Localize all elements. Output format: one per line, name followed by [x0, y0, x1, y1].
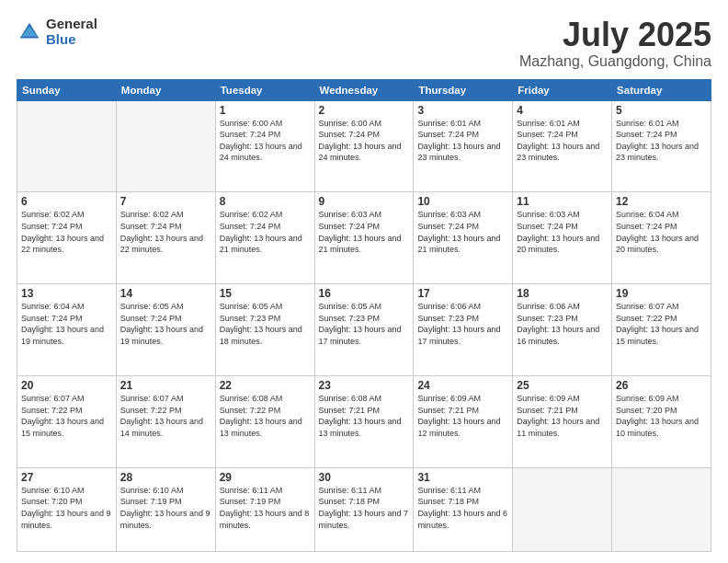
calendar-cell	[612, 467, 711, 551]
calendar-cell: 30Sunrise: 6:11 AM Sunset: 7:18 PM Dayli…	[314, 467, 414, 551]
weekday-header-monday: Monday	[116, 79, 215, 100]
day-number: 1	[220, 104, 311, 117]
day-info: Sunrise: 6:02 AM Sunset: 7:24 PM Dayligh…	[120, 209, 211, 255]
calendar-cell: 11Sunrise: 6:03 AM Sunset: 7:24 PM Dayli…	[513, 192, 612, 284]
weekday-header-saturday: Saturday	[612, 79, 711, 100]
week-row-3: 13Sunrise: 6:04 AM Sunset: 7:24 PM Dayli…	[17, 284, 711, 376]
day-info: Sunrise: 6:03 AM Sunset: 7:24 PM Dayligh…	[517, 209, 608, 255]
calendar-cell: 20Sunrise: 6:07 AM Sunset: 7:22 PM Dayli…	[17, 375, 117, 467]
calendar-cell: 27Sunrise: 6:10 AM Sunset: 7:20 PM Dayli…	[17, 467, 117, 551]
day-info: Sunrise: 6:03 AM Sunset: 7:24 PM Dayligh…	[319, 209, 410, 255]
day-number: 19	[616, 287, 707, 300]
weekday-header-thursday: Thursday	[414, 79, 513, 100]
logo-icon	[17, 19, 42, 45]
day-number: 29	[220, 471, 311, 484]
day-info: Sunrise: 6:03 AM Sunset: 7:24 PM Dayligh…	[417, 209, 508, 255]
day-number: 18	[517, 287, 608, 300]
day-number: 25	[517, 379, 608, 392]
calendar-cell: 6Sunrise: 6:02 AM Sunset: 7:24 PM Daylig…	[17, 192, 117, 284]
calendar-cell: 9Sunrise: 6:03 AM Sunset: 7:24 PM Daylig…	[314, 192, 414, 284]
logo-text: General Blue	[46, 17, 97, 47]
calendar-cell: 7Sunrise: 6:02 AM Sunset: 7:24 PM Daylig…	[116, 192, 215, 284]
day-info: Sunrise: 6:00 AM Sunset: 7:24 PM Dayligh…	[319, 118, 410, 164]
day-info: Sunrise: 6:07 AM Sunset: 7:22 PM Dayligh…	[21, 393, 112, 439]
calendar-table: SundayMondayTuesdayWednesdayThursdayFrid…	[17, 79, 711, 552]
day-info: Sunrise: 6:09 AM Sunset: 7:21 PM Dayligh…	[417, 393, 508, 439]
day-info: Sunrise: 6:07 AM Sunset: 7:22 PM Dayligh…	[616, 301, 707, 347]
day-number: 21	[120, 379, 211, 392]
day-number: 11	[517, 195, 608, 208]
day-number: 8	[220, 195, 311, 208]
calendar-cell	[116, 100, 215, 192]
day-info: Sunrise: 6:02 AM Sunset: 7:24 PM Dayligh…	[21, 209, 112, 255]
calendar-cell: 16Sunrise: 6:05 AM Sunset: 7:23 PM Dayli…	[314, 284, 414, 376]
day-info: Sunrise: 6:07 AM Sunset: 7:22 PM Dayligh…	[120, 393, 211, 439]
day-info: Sunrise: 6:02 AM Sunset: 7:24 PM Dayligh…	[220, 209, 311, 255]
title-block: July 2025 Mazhang, Guangdong, China	[519, 17, 711, 70]
header: General Blue July 2025 Mazhang, Guangdon…	[17, 17, 711, 70]
calendar-cell	[17, 100, 117, 192]
day-number: 15	[220, 287, 311, 300]
weekday-header-friday: Friday	[513, 79, 612, 100]
weekday-header-wednesday: Wednesday	[314, 79, 414, 100]
day-info: Sunrise: 6:01 AM Sunset: 7:24 PM Dayligh…	[616, 118, 707, 164]
calendar-cell: 12Sunrise: 6:04 AM Sunset: 7:24 PM Dayli…	[612, 192, 711, 284]
day-number: 31	[417, 471, 508, 484]
day-number: 9	[319, 195, 410, 208]
page: General Blue July 2025 Mazhang, Guangdon…	[0, 0, 728, 563]
logo: General Blue	[17, 17, 97, 47]
calendar-cell: 22Sunrise: 6:08 AM Sunset: 7:22 PM Dayli…	[215, 375, 314, 467]
calendar-cell: 14Sunrise: 6:05 AM Sunset: 7:24 PM Dayli…	[116, 284, 215, 376]
calendar-cell: 21Sunrise: 6:07 AM Sunset: 7:22 PM Dayli…	[116, 375, 215, 467]
day-number: 28	[120, 471, 211, 484]
week-row-5: 27Sunrise: 6:10 AM Sunset: 7:20 PM Dayli…	[17, 467, 711, 551]
calendar-cell: 31Sunrise: 6:11 AM Sunset: 7:18 PM Dayli…	[414, 467, 513, 551]
weekday-header-tuesday: Tuesday	[215, 79, 314, 100]
day-number: 13	[21, 287, 112, 300]
day-info: Sunrise: 6:09 AM Sunset: 7:20 PM Dayligh…	[616, 393, 707, 439]
calendar-cell: 18Sunrise: 6:06 AM Sunset: 7:23 PM Dayli…	[513, 284, 612, 376]
day-number: 6	[21, 195, 112, 208]
calendar-cell: 3Sunrise: 6:01 AM Sunset: 7:24 PM Daylig…	[414, 100, 513, 192]
calendar-cell: 10Sunrise: 6:03 AM Sunset: 7:24 PM Dayli…	[414, 192, 513, 284]
day-number: 22	[220, 379, 311, 392]
week-row-1: 1Sunrise: 6:00 AM Sunset: 7:24 PM Daylig…	[17, 100, 711, 192]
calendar-cell: 19Sunrise: 6:07 AM Sunset: 7:22 PM Dayli…	[612, 284, 711, 376]
month-title: July 2025	[519, 17, 711, 53]
day-number: 12	[616, 195, 707, 208]
day-number: 4	[517, 104, 608, 117]
day-info: Sunrise: 6:10 AM Sunset: 7:20 PM Dayligh…	[21, 485, 112, 531]
day-info: Sunrise: 6:01 AM Sunset: 7:24 PM Dayligh…	[417, 118, 508, 164]
calendar-cell: 24Sunrise: 6:09 AM Sunset: 7:21 PM Dayli…	[414, 375, 513, 467]
day-info: Sunrise: 6:06 AM Sunset: 7:23 PM Dayligh…	[517, 301, 608, 347]
logo-general-text: General	[46, 17, 97, 32]
weekday-header-row: SundayMondayTuesdayWednesdayThursdayFrid…	[17, 79, 711, 100]
day-info: Sunrise: 6:01 AM Sunset: 7:24 PM Dayligh…	[517, 118, 608, 164]
location-title: Mazhang, Guangdong, China	[519, 53, 711, 70]
day-number: 30	[319, 471, 410, 484]
calendar-cell	[513, 467, 612, 551]
day-number: 20	[21, 379, 112, 392]
day-number: 26	[616, 379, 707, 392]
day-number: 7	[120, 195, 211, 208]
day-number: 14	[120, 287, 211, 300]
calendar-cell: 4Sunrise: 6:01 AM Sunset: 7:24 PM Daylig…	[513, 100, 612, 192]
day-info: Sunrise: 6:06 AM Sunset: 7:23 PM Dayligh…	[417, 301, 508, 347]
day-info: Sunrise: 6:09 AM Sunset: 7:21 PM Dayligh…	[517, 393, 608, 439]
day-info: Sunrise: 6:08 AM Sunset: 7:21 PM Dayligh…	[319, 393, 410, 439]
calendar-cell: 8Sunrise: 6:02 AM Sunset: 7:24 PM Daylig…	[215, 192, 314, 284]
day-info: Sunrise: 6:11 AM Sunset: 7:19 PM Dayligh…	[220, 485, 311, 531]
week-row-4: 20Sunrise: 6:07 AM Sunset: 7:22 PM Dayli…	[17, 375, 711, 467]
day-number: 10	[417, 195, 508, 208]
day-info: Sunrise: 6:05 AM Sunset: 7:23 PM Dayligh…	[220, 301, 311, 347]
week-row-2: 6Sunrise: 6:02 AM Sunset: 7:24 PM Daylig…	[17, 192, 711, 284]
calendar-cell: 23Sunrise: 6:08 AM Sunset: 7:21 PM Dayli…	[314, 375, 414, 467]
calendar-cell: 5Sunrise: 6:01 AM Sunset: 7:24 PM Daylig…	[612, 100, 711, 192]
day-info: Sunrise: 6:10 AM Sunset: 7:19 PM Dayligh…	[120, 485, 211, 531]
calendar-cell: 17Sunrise: 6:06 AM Sunset: 7:23 PM Dayli…	[414, 284, 513, 376]
calendar-cell: 1Sunrise: 6:00 AM Sunset: 7:24 PM Daylig…	[215, 100, 314, 192]
day-number: 2	[319, 104, 410, 117]
logo-blue-text: Blue	[46, 32, 97, 48]
day-info: Sunrise: 6:04 AM Sunset: 7:24 PM Dayligh…	[616, 209, 707, 255]
weekday-header-sunday: Sunday	[17, 79, 117, 100]
